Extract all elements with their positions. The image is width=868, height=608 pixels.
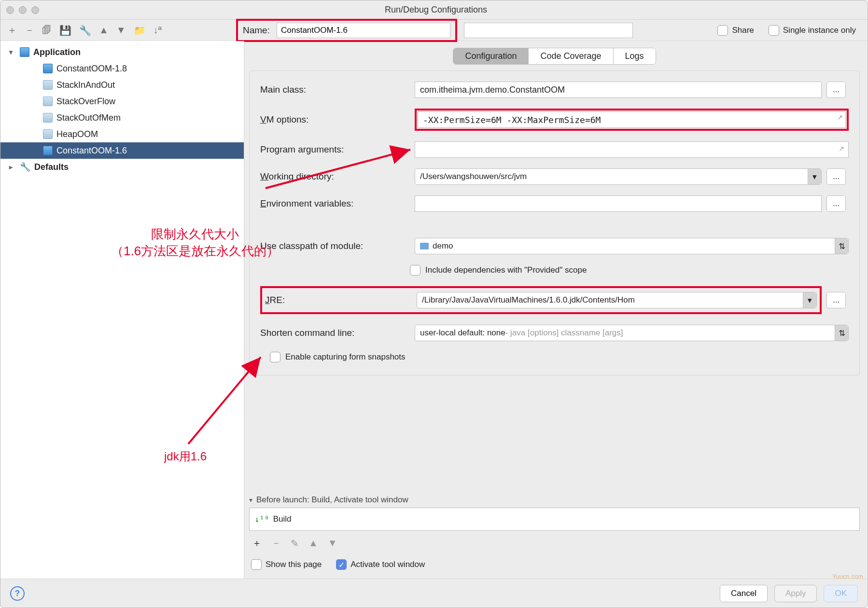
include-provided-label: Include dependencies with "Provided" sco…: [425, 265, 587, 275]
checkbox-icon: [251, 559, 262, 570]
toolbar: ＋ － 🗐 💾 🔧 ▲ ▼ 📁 ↓ª Name: Share Single in…: [0, 20, 868, 41]
vm-options-label: VM options:: [260, 114, 410, 125]
remove-task-icon[interactable]: －: [271, 537, 281, 550]
share-label: Share: [732, 26, 754, 35]
tree-item-selected[interactable]: ConstantOOM-1.6: [0, 142, 244, 159]
tree-item-label: ConstantOOM-1.6: [56, 146, 127, 156]
add-config-icon[interactable]: ＋: [7, 24, 17, 37]
program-arguments-input[interactable]: ↗: [415, 141, 849, 158]
single-instance-label: Single instance only: [783, 26, 856, 35]
working-directory-input[interactable]: /Users/wangshouwen/src/jvm ▾: [415, 168, 822, 185]
tree-item[interactable]: StackInAndOut: [0, 77, 244, 93]
enable-snapshots-checkbox[interactable]: [270, 352, 280, 362]
copy-config-icon[interactable]: 🗐: [42, 25, 52, 36]
before-launch-item: Build: [273, 514, 292, 524]
jre-label: JRE:: [262, 295, 412, 305]
share-checkbox[interactable]: Share: [717, 25, 754, 36]
remove-config-icon[interactable]: －: [25, 24, 34, 37]
run-config-icon: [43, 64, 53, 73]
include-provided-checkbox[interactable]: [410, 265, 420, 276]
edit-task-icon[interactable]: ✎: [291, 538, 299, 549]
help-icon[interactable]: ?: [10, 586, 25, 601]
single-instance-checkbox[interactable]: Single instance only: [769, 25, 856, 36]
tree-item-label: StackInAndOut: [56, 80, 115, 90]
move-up-icon[interactable]: ▲: [99, 25, 109, 36]
dialog-button-bar: ? Cancel Apply OK: [0, 579, 868, 608]
show-this-page-checkbox[interactable]: Show this page: [251, 559, 322, 570]
wrench-settings-icon[interactable]: 🔧: [79, 25, 91, 36]
apply-button[interactable]: Apply: [774, 585, 817, 602]
tab-configuration[interactable]: Configuration: [453, 48, 529, 64]
name-label: Name:: [243, 25, 270, 36]
working-directory-browse-button[interactable]: ...: [826, 168, 846, 185]
run-config-icon: [43, 129, 53, 139]
tree-node-defaults[interactable]: ▸ 🔧 Defaults: [0, 159, 244, 175]
shorten-cmd-prefix: user-local default: none: [420, 328, 505, 338]
tree-node-label: Application: [33, 47, 81, 57]
tree-item-label: ConstantOOM-1.8: [56, 64, 127, 74]
vm-options-input[interactable]: -XX:PermSize=6M -XX:MaxPermSize=6M: [418, 111, 846, 128]
activate-tool-window-checkbox[interactable]: ✓ Activate tool window: [336, 559, 425, 570]
run-config-icon: [43, 113, 53, 123]
zoom-window-icon[interactable]: [31, 6, 39, 14]
run-config-icon: [43, 146, 53, 155]
chevron-updown-icon[interactable]: ⇅: [835, 325, 848, 341]
tab-logs[interactable]: Logs: [614, 48, 656, 64]
application-icon: [20, 47, 29, 57]
before-launch-header: Before launch: Build, Activate tool wind…: [256, 495, 408, 505]
show-this-page-label: Show this page: [266, 560, 322, 569]
tree-node-label: Defaults: [34, 162, 69, 172]
move-down-icon[interactable]: ▼: [116, 25, 126, 36]
before-launch-list[interactable]: ↓¹⁰ Build: [249, 508, 860, 531]
tree-item[interactable]: HeapOOM: [0, 126, 244, 142]
jre-value: /Library/Java/JavaVirtualMachines/1.6.0.…: [422, 295, 635, 305]
tree-item[interactable]: StackOutOfMem: [0, 110, 244, 126]
classpath-module-select[interactable]: demo ⇅: [415, 238, 849, 254]
sort-alpha-icon[interactable]: ↓ª: [154, 25, 162, 36]
run-config-icon: [43, 97, 53, 106]
minimize-window-icon[interactable]: [19, 6, 27, 14]
tree-item-label: HeapOOM: [56, 129, 98, 139]
save-config-icon[interactable]: 💾: [59, 25, 71, 36]
tree-item-label: StackOverFlow: [56, 97, 115, 107]
jre-row-highlighted: JRE: /Library/Java/JavaVirtualMachines/1…: [260, 286, 822, 314]
main-class-browse-button[interactable]: ...: [826, 82, 846, 98]
window-title: Run/Debug Configurations: [39, 5, 833, 15]
run-config-icon: [43, 80, 53, 90]
tree-item[interactable]: ConstantOOM-1.8: [0, 60, 244, 77]
chevron-down-icon[interactable]: ▾: [803, 292, 816, 308]
jre-select[interactable]: /Library/Java/JavaVirtualMachines/1.6.0.…: [417, 292, 817, 308]
configuration-panel: Main class: com.itheima.jvm.demo.Constan…: [249, 70, 860, 375]
expand-icon[interactable]: ↗: [837, 113, 843, 121]
cancel-button[interactable]: Cancel: [720, 585, 768, 602]
caret-down-icon[interactable]: ▾: [249, 496, 252, 504]
tree-item[interactable]: StackOverFlow: [0, 93, 244, 110]
checkbox-icon: [769, 25, 779, 36]
move-task-down-icon[interactable]: ▼: [328, 538, 337, 549]
ok-button[interactable]: OK: [824, 585, 858, 602]
name-input-overflow[interactable]: [464, 23, 633, 38]
chevron-updown-icon[interactable]: ⇅: [835, 238, 848, 254]
expand-icon[interactable]: ↗: [839, 145, 844, 152]
working-directory-value: /Users/wangshouwen/src/jvm: [420, 172, 527, 181]
before-launch-section: ▾ Before launch: Build, Activate tool wi…: [249, 495, 860, 574]
tab-code-coverage[interactable]: Code Coverage: [529, 48, 613, 64]
folder-icon[interactable]: 📁: [134, 25, 146, 36]
program-arguments-label: Program arguments:: [260, 144, 410, 155]
shorten-cmd-label: Shorten command line:: [260, 328, 410, 338]
name-field-highlighted: Name:: [236, 19, 457, 42]
sidebar-tree[interactable]: ▾ Application ConstantOOM-1.8 StackInAnd…: [0, 41, 244, 579]
add-task-icon[interactable]: ＋: [252, 537, 262, 550]
name-input[interactable]: [277, 23, 450, 38]
close-window-icon[interactable]: [6, 6, 14, 14]
env-vars-input[interactable]: [415, 195, 822, 212]
enable-snapshots-label: Enable capturing form snapshots: [285, 352, 406, 362]
shorten-cmd-select[interactable]: user-local default: none - java [options…: [415, 325, 849, 341]
main-class-input[interactable]: com.itheima.jvm.demo.ConstantOOM: [415, 82, 822, 98]
jre-browse-button[interactable]: ...: [826, 292, 846, 308]
move-task-up-icon[interactable]: ▲: [308, 538, 318, 549]
chevron-down-icon[interactable]: ▾: [808, 169, 821, 184]
tree-node-application[interactable]: ▾ Application: [0, 44, 244, 60]
module-icon: [420, 243, 429, 249]
env-vars-browse-button[interactable]: ...: [826, 195, 846, 212]
